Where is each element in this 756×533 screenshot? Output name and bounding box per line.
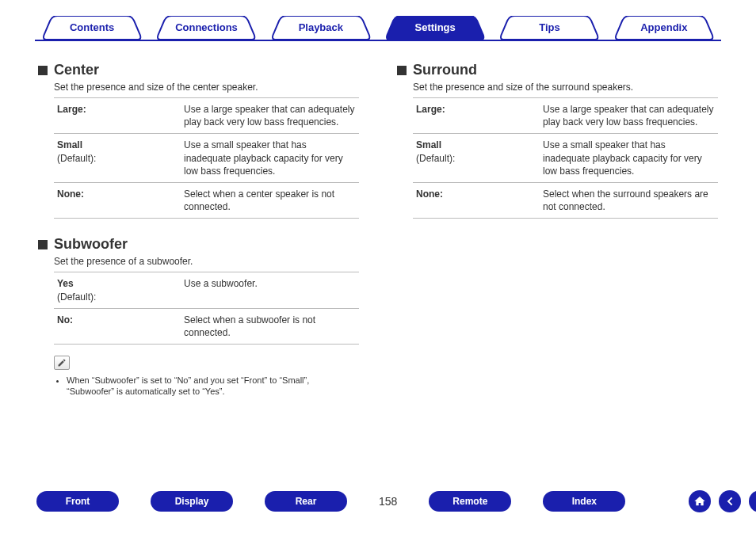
option-label: Large: — [416, 103, 543, 128]
option-desc: Select when a subwoofer is not connected… — [184, 314, 356, 339]
page-number: 158 — [379, 495, 397, 508]
option-label: None: — [57, 188, 184, 213]
table-row: None: Select when a center speaker is no… — [54, 183, 359, 219]
tab-settings[interactable]: Settings — [378, 16, 492, 40]
note-item: When “Subwoofer” is set to “No” and you … — [67, 375, 359, 398]
tab-appendix[interactable]: Appendix — [607, 16, 721, 40]
option-desc: Use a large speaker that can adequately … — [543, 103, 715, 128]
bullet-icon — [38, 66, 48, 75]
tab-connections[interactable]: Connections — [149, 16, 263, 40]
surround-options-table: Large: Use a large speaker that can adeq… — [413, 97, 718, 219]
tab-contents[interactable]: Contents — [35, 16, 149, 40]
table-row: Yes (Default): Use a subwoofer. — [54, 272, 359, 308]
option-label: Large: — [57, 103, 184, 128]
section-title-center: Center — [54, 62, 99, 78]
option-desc: Select when a center speaker is not conn… — [184, 188, 356, 213]
option-label: No: — [57, 314, 184, 339]
section-desc-surround: Set the presence and size of the surroun… — [413, 82, 718, 93]
option-desc: Use a small speaker that has inadequate … — [184, 139, 356, 177]
home-icon[interactable] — [689, 490, 711, 512]
prev-page-icon[interactable] — [719, 490, 741, 512]
table-row: Large: Use a large speaker that can adeq… — [413, 98, 718, 134]
table-row: No: Select when a subwoofer is not conne… — [54, 309, 359, 345]
tab-label: Tips — [539, 21, 560, 33]
footer-nav: Front panel Display Rear panel 158 Remot… — [0, 490, 756, 512]
next-page-icon[interactable] — [749, 490, 756, 512]
option-desc: Use a subwoofer. — [184, 277, 356, 303]
section-desc-center: Set the presence and size of the center … — [54, 82, 359, 93]
tab-label: Connections — [175, 21, 238, 33]
section-title-subwoofer: Subwoofer — [54, 236, 128, 253]
subwoofer-note: When “Subwoofer” is set to “No” and you … — [57, 375, 359, 398]
option-desc: Select when the surround speakers are no… — [543, 188, 715, 213]
option-desc: Use a large speaker that can adequately … — [184, 103, 356, 128]
tab-playback[interactable]: Playback — [264, 16, 378, 40]
option-desc: Use a small speaker that has inadequate … — [543, 139, 715, 177]
rear-panel-button[interactable]: Rear panel — [265, 491, 347, 512]
bullet-icon — [38, 240, 48, 249]
pencil-icon — [54, 356, 70, 370]
center-options-table: Large: Use a large speaker that can adeq… — [54, 97, 359, 219]
tab-label: Appendix — [640, 21, 687, 33]
option-label: Small (Default): — [57, 139, 184, 177]
table-row: Small (Default): Use a small speaker tha… — [413, 134, 718, 183]
index-button[interactable]: Index — [543, 491, 625, 512]
table-row: Small (Default): Use a small speaker tha… — [54, 134, 359, 183]
subwoofer-options-table: Yes (Default): Use a subwoofer. No: Sele… — [54, 272, 359, 345]
option-label: Small (Default): — [416, 139, 543, 177]
top-tabs: Contents Connections Playback Settings T… — [22, 0, 734, 40]
tab-label: Playback — [299, 21, 343, 33]
remote-button[interactable]: Remote — [429, 491, 511, 512]
display-button[interactable]: Display — [151, 491, 233, 512]
table-row: None: Select when the surround speakers … — [413, 183, 718, 219]
table-row: Large: Use a large speaker that can adeq… — [54, 98, 359, 134]
tab-label: Contents — [70, 21, 114, 33]
tab-tips[interactable]: Tips — [492, 16, 606, 40]
section-title-surround: Surround — [413, 62, 477, 78]
bullet-icon — [397, 66, 407, 75]
section-desc-subwoofer: Set the presence of a subwoofer. — [54, 256, 359, 267]
option-label: Yes (Default): — [57, 277, 184, 303]
front-panel-button[interactable]: Front panel — [36, 491, 119, 512]
option-label: None: — [416, 188, 543, 213]
tab-label: Settings — [415, 21, 456, 33]
